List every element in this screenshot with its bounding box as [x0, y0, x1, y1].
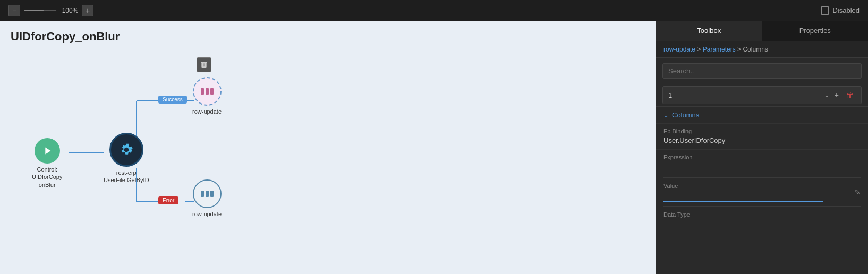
top-bar: − 100% + Disabled	[0, 0, 868, 21]
gear-circle[interactable]	[109, 133, 143, 167]
row-update-top-node[interactable]: row-update	[192, 77, 222, 115]
main-layout: UIDforCopy_onBlur Control: UIDforCopy on…	[0, 21, 868, 274]
breadcrumb-part3: Columns	[743, 46, 768, 53]
search-input[interactable]	[668, 67, 856, 75]
chevron-columns-icon[interactable]: ⌄	[663, 112, 669, 119]
expression-input[interactable]	[663, 164, 861, 173]
trash-button[interactable]	[197, 57, 211, 72]
chevron-down-icon[interactable]: ⌄	[824, 91, 829, 99]
ep-binding-value: User.UserIDforCopy	[663, 136, 861, 144]
ep-binding-row: Ep Binding User.UserIDforCopy	[656, 123, 868, 149]
tab-properties[interactable]: Properties	[762, 21, 869, 41]
row-update-bottom-label: row-update	[192, 210, 222, 218]
gear-icon	[118, 142, 134, 158]
edit-icon[interactable]: ✎	[854, 188, 861, 196]
zoom-value: 100%	[61, 7, 80, 14]
start-circle[interactable]	[35, 138, 60, 164]
breadcrumb-sep1: >	[697, 46, 702, 53]
trash-button-area[interactable]	[197, 57, 211, 74]
data-type-label: Data Type	[663, 211, 861, 218]
row-update-bottom-node[interactable]: row-update	[192, 179, 222, 218]
row-update-bottom-box[interactable]	[193, 179, 222, 208]
zoom-out-button[interactable]: −	[8, 5, 20, 16]
add-item-button[interactable]: +	[832, 90, 841, 100]
row-update-bottom-icon	[201, 191, 214, 197]
item-row[interactable]: 1 ⌄ + 🗑	[662, 86, 862, 104]
search-box[interactable]	[662, 63, 862, 79]
disabled-label: Disabled	[832, 6, 860, 14]
row-update-top-icon	[201, 88, 214, 95]
row-update-top-label: row-update	[192, 108, 222, 115]
svg-marker-7	[45, 148, 50, 155]
zoom-in-button[interactable]: +	[82, 5, 93, 16]
panel-tabs: Toolbox Properties	[656, 21, 868, 41]
breadcrumb-sep2: >	[737, 46, 743, 53]
play-icon	[41, 145, 53, 157]
success-badge-label: Success	[158, 96, 187, 104]
value-row[interactable]: Value ✎	[656, 178, 868, 206]
expression-row[interactable]: Expression	[656, 149, 868, 177]
ep-binding-label: Ep Binding	[663, 128, 861, 134]
item-row-value: 1	[668, 91, 824, 99]
error-badge-label: Error	[158, 196, 178, 204]
columns-label: Columns	[672, 111, 699, 119]
value-label: Value	[663, 183, 823, 189]
breadcrumb-part1[interactable]: row-update	[663, 46, 695, 53]
gear-node[interactable]: rest-erp UserFile.GetByID	[104, 133, 149, 184]
canvas-connections	[0, 21, 656, 274]
breadcrumb: row-update > Parameters > Columns	[656, 41, 868, 58]
expression-label: Expression	[663, 154, 861, 160]
gear-node-label: rest-erp UserFile.GetByID	[104, 169, 149, 184]
page-title: UIDforCopy_onBlur	[11, 30, 120, 44]
data-type-row: Data Type	[656, 207, 868, 224]
value-input[interactable]	[663, 192, 823, 202]
start-node-label: Control: UIDforCopy onBlur	[32, 166, 62, 189]
right-panel: Toolbox Properties row-update > Paramete…	[656, 21, 868, 274]
canvas-area[interactable]: UIDforCopy_onBlur Control: UIDforCopy on…	[0, 21, 656, 274]
zoom-slider[interactable]	[24, 10, 56, 11]
disabled-checkbox[interactable]	[821, 6, 829, 15]
item-row-actions: ⌄ + 🗑	[824, 90, 856, 100]
delete-item-button[interactable]: 🗑	[844, 90, 856, 100]
start-node[interactable]: Control: UIDforCopy onBlur	[32, 138, 62, 189]
tab-toolbox[interactable]: Toolbox	[656, 21, 762, 41]
columns-section-header[interactable]: ⌄ Columns	[656, 106, 868, 123]
breadcrumb-part2[interactable]: Parameters	[703, 46, 736, 53]
zoom-area: − 100% +	[8, 5, 93, 16]
row-update-top-box[interactable]	[193, 77, 222, 106]
trash-icon	[200, 61, 208, 69]
zoom-controls: − 100% +	[8, 5, 93, 16]
disabled-toggle[interactable]: Disabled	[821, 6, 860, 15]
